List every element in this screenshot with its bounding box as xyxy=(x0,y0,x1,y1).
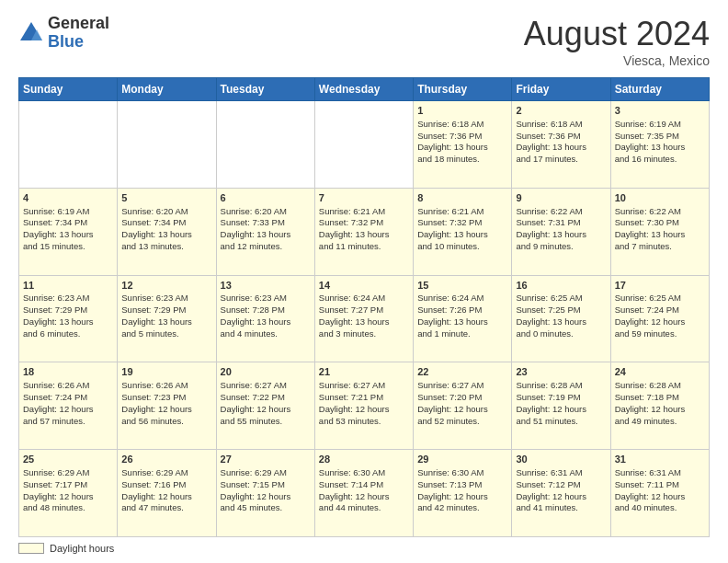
calendar-header-thursday: Thursday xyxy=(414,78,512,101)
day-info: Sunset: 7:33 PM xyxy=(221,217,311,229)
day-info: and 51 minutes. xyxy=(516,416,606,428)
calendar-cell xyxy=(314,101,413,189)
day-info: Sunset: 7:31 PM xyxy=(516,217,606,229)
calendar-header-saturday: Saturday xyxy=(610,78,709,101)
header: General Blue August 2024 Viesca, Mexico xyxy=(18,15,710,68)
day-info: and 44 minutes. xyxy=(319,502,409,514)
calendar-header-wednesday: Wednesday xyxy=(314,78,413,101)
calendar-week-row: 11Sunrise: 6:23 AMSunset: 7:29 PMDayligh… xyxy=(19,275,710,362)
day-info: Sunset: 7:12 PM xyxy=(516,479,606,491)
day-info: Sunset: 7:13 PM xyxy=(417,479,507,491)
day-info: and 18 minutes. xyxy=(417,154,507,166)
calendar-header-monday: Monday xyxy=(118,78,216,101)
day-info: Daylight: 12 hours xyxy=(23,491,113,503)
day-info: Daylight: 12 hours xyxy=(121,491,211,503)
calendar-cell: 2Sunrise: 6:18 AMSunset: 7:36 PMDaylight… xyxy=(512,101,610,189)
day-info: Sunrise: 6:30 AM xyxy=(319,467,409,479)
day-info: Daylight: 12 hours xyxy=(615,491,705,503)
day-info: and 48 minutes. xyxy=(23,502,113,514)
day-number: 25 xyxy=(23,453,113,466)
day-info: Sunset: 7:36 PM xyxy=(417,131,507,143)
day-info: and 41 minutes. xyxy=(516,502,606,514)
calendar-cell: 27Sunrise: 6:29 AMSunset: 7:15 PMDayligh… xyxy=(216,450,314,537)
day-info: Sunrise: 6:18 AM xyxy=(516,119,606,131)
day-number: 1 xyxy=(417,104,507,118)
day-number: 26 xyxy=(121,453,211,466)
day-info: Sunset: 7:25 PM xyxy=(516,304,606,316)
day-info: and 45 minutes. xyxy=(221,502,311,514)
day-info: Daylight: 12 hours xyxy=(417,404,507,416)
day-info: Sunrise: 6:20 AM xyxy=(121,206,211,218)
day-info: Sunrise: 6:31 AM xyxy=(516,467,606,479)
day-number: 23 xyxy=(516,365,606,379)
day-info: Daylight: 13 hours xyxy=(417,316,507,328)
day-info: Sunrise: 6:19 AM xyxy=(615,119,705,131)
calendar-cell: 20Sunrise: 6:27 AMSunset: 7:22 PMDayligh… xyxy=(216,362,314,450)
calendar-cell: 29Sunrise: 6:30 AMSunset: 7:13 PMDayligh… xyxy=(414,450,512,537)
day-info: Sunrise: 6:30 AM xyxy=(417,467,507,479)
day-info: and 53 minutes. xyxy=(319,416,409,428)
calendar-cell xyxy=(118,101,216,189)
day-number: 16 xyxy=(516,279,606,293)
day-info: Daylight: 12 hours xyxy=(516,491,606,503)
calendar-week-row: 25Sunrise: 6:29 AMSunset: 7:17 PMDayligh… xyxy=(19,450,710,537)
day-info: Sunset: 7:23 PM xyxy=(121,392,211,404)
day-info: Sunrise: 6:29 AM xyxy=(221,467,311,479)
day-info: Sunrise: 6:26 AM xyxy=(23,380,113,392)
day-number: 13 xyxy=(221,279,311,293)
day-info: and 59 minutes. xyxy=(615,328,705,340)
day-number: 27 xyxy=(221,453,311,466)
day-number: 15 xyxy=(417,279,507,293)
calendar-cell: 14Sunrise: 6:24 AMSunset: 7:27 PMDayligh… xyxy=(314,275,413,362)
calendar-table: SundayMondayTuesdayWednesdayThursdayFrid… xyxy=(18,77,710,537)
calendar-week-row: 18Sunrise: 6:26 AMSunset: 7:24 PMDayligh… xyxy=(19,362,710,450)
calendar-cell: 22Sunrise: 6:27 AMSunset: 7:20 PMDayligh… xyxy=(414,362,512,450)
day-number: 7 xyxy=(319,191,409,205)
day-info: Daylight: 12 hours xyxy=(221,491,311,503)
day-number: 9 xyxy=(516,191,606,205)
day-info: Daylight: 13 hours xyxy=(121,229,211,241)
calendar-cell xyxy=(216,101,314,189)
calendar-cell: 11Sunrise: 6:23 AMSunset: 7:29 PMDayligh… xyxy=(19,275,118,362)
day-info: Daylight: 12 hours xyxy=(615,316,705,328)
day-number: 17 xyxy=(615,279,705,293)
day-info: and 4 minutes. xyxy=(221,328,311,340)
day-info: and 1 minute. xyxy=(417,328,507,340)
day-number: 5 xyxy=(121,191,211,205)
day-number: 30 xyxy=(516,453,606,466)
calendar-cell: 5Sunrise: 6:20 AMSunset: 7:34 PMDaylight… xyxy=(118,188,216,275)
day-info: Sunrise: 6:22 AM xyxy=(615,206,705,218)
day-info: Sunrise: 6:27 AM xyxy=(319,380,409,392)
day-info: Sunset: 7:30 PM xyxy=(615,217,705,229)
day-info: Sunrise: 6:22 AM xyxy=(516,206,606,218)
calendar-header-row: SundayMondayTuesdayWednesdayThursdayFrid… xyxy=(19,78,710,101)
day-info: and 3 minutes. xyxy=(319,328,409,340)
day-info: Sunrise: 6:23 AM xyxy=(121,293,211,304)
page: General Blue August 2024 Viesca, Mexico … xyxy=(0,0,728,563)
calendar-cell xyxy=(19,101,118,189)
calendar-cell: 23Sunrise: 6:28 AMSunset: 7:19 PMDayligh… xyxy=(512,362,610,450)
day-info: and 5 minutes. xyxy=(121,328,211,340)
calendar-cell: 10Sunrise: 6:22 AMSunset: 7:30 PMDayligh… xyxy=(610,188,709,275)
day-info: Sunset: 7:15 PM xyxy=(221,479,311,491)
day-info: Daylight: 12 hours xyxy=(319,404,409,416)
day-info: Daylight: 13 hours xyxy=(516,229,606,241)
day-info: Sunset: 7:34 PM xyxy=(121,217,211,229)
day-info: Sunrise: 6:25 AM xyxy=(615,293,705,304)
calendar-cell: 8Sunrise: 6:21 AMSunset: 7:32 PMDaylight… xyxy=(414,188,512,275)
logo-blue-text: Blue xyxy=(48,33,109,52)
day-info: Sunrise: 6:19 AM xyxy=(23,206,113,218)
day-number: 12 xyxy=(121,279,211,293)
day-number: 8 xyxy=(417,191,507,205)
calendar-cell: 17Sunrise: 6:25 AMSunset: 7:24 PMDayligh… xyxy=(610,275,709,362)
day-info: Sunrise: 6:27 AM xyxy=(417,380,507,392)
day-info: Sunset: 7:29 PM xyxy=(121,304,211,316)
day-info: Sunrise: 6:31 AM xyxy=(615,467,705,479)
day-info: Sunrise: 6:21 AM xyxy=(319,206,409,218)
calendar-cell: 21Sunrise: 6:27 AMSunset: 7:21 PMDayligh… xyxy=(314,362,413,450)
day-info: Sunrise: 6:24 AM xyxy=(319,293,409,304)
day-info: and 17 minutes. xyxy=(516,154,606,166)
calendar-cell: 9Sunrise: 6:22 AMSunset: 7:31 PMDaylight… xyxy=(512,188,610,275)
day-info: and 57 minutes. xyxy=(23,416,113,428)
day-number: 24 xyxy=(615,365,705,379)
